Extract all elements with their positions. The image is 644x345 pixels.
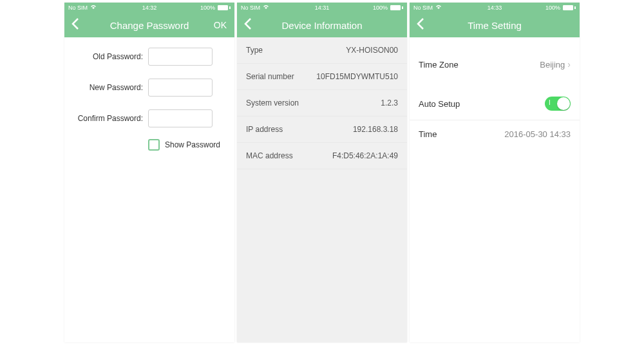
timezone-value: Beijing [540,60,565,70]
time-row: Time 2016-05-30 14:33 [410,120,580,148]
new-password-label: New Password: [72,83,143,92]
timezone-label: Time Zone [419,60,459,70]
content-area: Time Zone Beijing › Auto Setup I Time 20… [410,37,580,342]
info-label: IP address [246,125,283,134]
carrier-label: No SIM [68,5,88,11]
battery-percent: 100% [373,5,388,11]
back-button[interactable] [416,17,425,33]
wifi-icon [263,5,269,11]
screen-device-information: No SIM 14:31 100% Device Information Typ… [237,3,407,342]
autosetup-toggle[interactable]: I [545,97,571,111]
time-label: Time [419,129,437,139]
autosetup-row: Auto Setup I [410,88,580,120]
status-time: 14:33 [488,5,502,11]
battery-icon [390,5,403,10]
autosetup-label: Auto Setup [419,99,460,109]
info-label: MAC address [246,151,293,160]
old-password-field[interactable] [148,48,213,66]
status-bar: No SIM 14:32 100% [64,3,234,13]
page-title: Device Information [243,20,401,31]
info-row: IP address 192.168.3.18 [237,117,407,143]
content-area: Type YX-HOISON00 Serial number 10FD15MDY… [237,37,407,342]
info-value: F4:D5:46:2A:1A:49 [332,151,398,160]
info-value: 10FD15MDYWMTU510 [316,72,398,81]
ok-button[interactable]: OK [214,20,227,30]
nav-bar: Time Setting [410,13,580,37]
carrier-label: No SIM [241,5,260,11]
nav-bar: Change Password OK [64,13,234,37]
back-button[interactable] [71,17,80,33]
status-bar: No SIM 14:31 100% [237,3,407,13]
info-value: 192.168.3.18 [353,125,398,134]
back-button[interactable] [243,17,252,33]
page-title: Time Setting [416,20,573,31]
show-password-checkbox[interactable] [148,139,160,151]
new-password-field[interactable] [148,79,213,97]
info-label: System version [246,98,299,107]
screen-time-setting: No SIM 14:33 100% Time Setting Time Zone… [410,3,580,342]
info-label: Type [246,46,263,55]
wifi-icon [90,5,97,11]
battery-percent: 100% [545,5,560,11]
info-value: 1.2.3 [381,98,398,107]
info-row: MAC address F4:D5:46:2A:1A:49 [237,143,407,169]
content-area: Old Password: New Password: Confirm Pass… [64,37,234,342]
info-value: YX-HOISON00 [346,46,398,55]
nav-bar: Device Information [237,13,407,37]
old-password-label: Old Password: [72,52,143,61]
info-label: Serial number [246,72,294,81]
carrier-label: No SIM [413,5,433,11]
status-time: 14:31 [315,5,330,11]
info-row: Type YX-HOISON00 [237,37,407,64]
chevron-right-icon: › [567,59,571,70]
time-value: 2016-05-30 14:33 [504,129,571,139]
confirm-password-label: Confirm Password: [72,114,143,123]
timezone-row[interactable]: Time Zone Beijing › [410,50,580,79]
page-title: Change Password [71,20,228,31]
battery-icon [563,5,576,10]
status-bar: No SIM 14:33 100% [410,3,580,13]
battery-percent: 100% [200,5,215,11]
battery-icon [218,5,231,10]
status-time: 14:32 [142,5,157,11]
wifi-icon [435,5,442,11]
show-password-label: Show Password [165,140,220,149]
info-row: Serial number 10FD15MDYWMTU510 [237,64,407,90]
screen-change-password: No SIM 14:32 100% Change Password OK Old… [64,3,234,342]
toggle-on-icon: I [549,99,551,106]
info-row: System version 1.2.3 [237,90,407,117]
confirm-password-field[interactable] [148,109,213,127]
